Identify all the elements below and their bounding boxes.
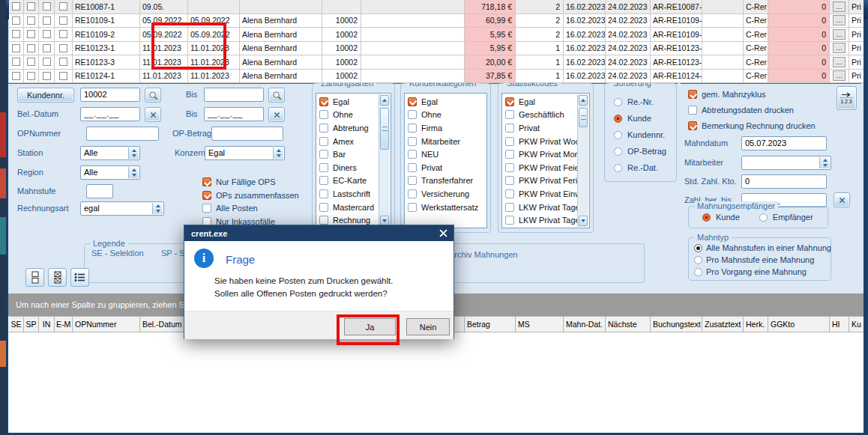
kundenkategorie-item[interactable]: Werkstattersatz	[405, 201, 486, 214]
statistikcode-item[interactable]: Geschäftlich	[502, 109, 579, 122]
col-buchungstext[interactable]: Buchungstext	[651, 316, 702, 332]
hi-detail-button[interactable]: …	[833, 43, 846, 53]
table-row[interactable]: RE10123-3 11.01.2023 11.01.2023 Alena Be…	[9, 55, 864, 70]
row-em-checkbox[interactable]	[59, 2, 67, 10]
konzern-select[interactable]: Egal	[205, 146, 285, 160]
row-sp-checkbox[interactable]	[27, 58, 35, 66]
spinner-icon[interactable]	[819, 157, 830, 168]
col-in[interactable]: IN	[39, 316, 55, 332]
empfaenger-radio[interactable]: Kunde	[702, 210, 740, 225]
beldatum-clear-button[interactable]	[145, 107, 161, 122]
hi-detail-button[interactable]: …	[833, 70, 846, 81]
kundenkategorie-item[interactable]: Ohne	[405, 109, 486, 122]
stdzahlkto-input[interactable]: 0	[741, 174, 827, 189]
sortierung-radio[interactable]: OP-Betrag	[614, 143, 666, 159]
mahnungen-flag-checkbox[interactable]: Abtretungsdaten drucken	[688, 105, 816, 115]
row-in-checkbox[interactable]	[43, 72, 51, 80]
col-ms[interactable]: MS	[516, 316, 564, 332]
mahntyp-radio[interactable]: Pro Vorgang eine Mahnung	[694, 266, 831, 278]
yes-button[interactable]: Ja	[344, 318, 396, 335]
row-se-checkbox[interactable]	[12, 44, 20, 52]
selektion-flag-checkbox[interactable]: Nur Fällige OPS	[202, 177, 299, 187]
kundennr-bis-search-button[interactable]	[268, 88, 285, 103]
col-se[interactable]: SE	[9, 316, 24, 332]
mahntyp-radio[interactable]: Alle Mahnstufen in einer Mahnung	[694, 242, 831, 254]
mahnstufe-input[interactable]	[86, 184, 113, 198]
col-mahndat[interactable]: Mahn-Dat.	[564, 316, 606, 332]
row-in-checkbox[interactable]	[43, 16, 51, 25]
statistikcode-item[interactable]: LKW Privat Tages.	[502, 201, 579, 214]
table-row[interactable]: RE10109-1 05.09.2022 05.09.2022 Alena Be…	[9, 14, 864, 28]
dialog-titlebar[interactable]: crent.exe	[184, 225, 453, 241]
statistikcode-item[interactable]: PKW Privat Monat	[502, 147, 579, 161]
rechnungsart-select[interactable]: egal	[80, 201, 164, 216]
check-all-button[interactable]	[48, 268, 67, 287]
row-sp-checkbox[interactable]	[27, 30, 35, 38]
table-row[interactable]: RE10087-1 09.05. 718,18 € 2 16.02.2023 2…	[9, 0, 864, 14]
sortierung-radio[interactable]: Kunde	[614, 110, 666, 127]
scroll-down-icon[interactable]	[579, 216, 588, 226]
col-sp[interactable]: SP	[24, 316, 39, 332]
hi-detail-button[interactable]: …	[833, 1, 846, 12]
statistikcode-item[interactable]: PKW Privat Woche	[502, 135, 579, 148]
row-sp-checkbox[interactable]	[27, 72, 35, 80]
region-select[interactable]: Alle	[80, 165, 140, 180]
numbering-button[interactable]: 123	[837, 86, 857, 110]
selektion-flag-checkbox[interactable]: OPs zusammenfassen	[202, 190, 299, 201]
table-row[interactable]: RE10109-2 05.09.2022 05.09.2022 Alena Be…	[9, 28, 864, 42]
row-sp-checkbox[interactable]	[27, 16, 35, 25]
row-se-checkbox[interactable]	[12, 16, 20, 25]
scrollbar[interactable]	[379, 94, 390, 227]
scroll-up-icon[interactable]	[579, 95, 588, 106]
row-em-checkbox[interactable]	[59, 30, 67, 38]
col-opnummer[interactable]: OPNummer	[73, 316, 140, 332]
kundenkategorie-item[interactable]: Privat	[405, 161, 486, 174]
beldatum-bis-clear-button[interactable]	[268, 107, 285, 122]
row-sp-checkbox[interactable]	[27, 44, 35, 52]
sortierung-radio[interactable]: Kundennr.	[614, 127, 666, 143]
list-view-button[interactable]	[70, 268, 89, 287]
opnummer-input[interactable]	[86, 127, 159, 141]
mahndatum-input[interactable]: 05.07.2023	[741, 136, 827, 150]
hi-detail-button[interactable]: …	[833, 15, 846, 25]
kundennr-bis-input[interactable]	[204, 88, 264, 102]
scroll-up-icon[interactable]	[380, 95, 389, 106]
kundenkategorie-item[interactable]: Versicherung	[405, 187, 486, 201]
kundenkategorie-item[interactable]: Egal	[405, 95, 486, 109]
col-beldatum[interactable]: Bel.-Datum	[140, 316, 188, 332]
kundenkategorie-item[interactable]: Transferfahrer	[405, 174, 486, 188]
table-row[interactable]: RE10123-1 11.01.2023 11.01.2023 Alena Be…	[9, 42, 864, 56]
spinner-icon[interactable]	[128, 147, 139, 159]
row-se-checkbox[interactable]	[12, 2, 20, 10]
station-select[interactable]: Alle	[80, 146, 140, 160]
row-in-checkbox[interactable]	[43, 44, 51, 52]
table-row[interactable]: RE10124-1 11.01.2023 11.01.2023 Alena Be…	[9, 70, 864, 84]
hi-detail-button[interactable]: …	[833, 57, 846, 67]
kundenkategorie-item[interactable]: NEU	[405, 147, 486, 161]
scroll-thumb[interactable]	[380, 108, 389, 150]
beldatum-input[interactable]: __.__.__	[80, 107, 140, 121]
col-zusatztext[interactable]: Zusatztext	[702, 316, 744, 332]
kundennr-button[interactable]: Kundennr.	[17, 88, 74, 103]
sortierung-radio[interactable]: Re.-Dat.	[614, 159, 666, 176]
kundennr-input[interactable]: 10002	[80, 88, 140, 102]
col-herk[interactable]: Herk.	[744, 316, 768, 332]
kundenkategorie-item[interactable]: Mitarbeiter	[405, 135, 486, 148]
dialog-close-icon[interactable]	[437, 228, 449, 239]
statistikcode-item[interactable]: PKW Privat Ferien	[502, 174, 579, 188]
col-ggkto[interactable]: GGKto	[768, 316, 830, 332]
scrollbar[interactable]	[577, 94, 588, 227]
statistikcode-item[interactable]: Privat	[502, 121, 579, 135]
mahntyp-radio[interactable]: Pro Mahnstufe eine Mahnung	[694, 254, 831, 266]
spinner-icon[interactable]	[128, 167, 139, 178]
mahnungen-flag-checkbox[interactable]: Bemerkung Rechnung drucken	[688, 121, 816, 131]
col-betrag[interactable]: Betrag	[465, 316, 516, 332]
spinner-icon[interactable]	[273, 147, 283, 159]
no-button[interactable]: Nein	[406, 318, 450, 335]
opbetrag-input[interactable]	[211, 127, 283, 141]
statistikcode-item[interactable]: Egal	[502, 95, 579, 109]
row-in-checkbox[interactable]	[43, 2, 51, 10]
row-em-checkbox[interactable]	[59, 44, 67, 52]
zahlberbis-clear-button[interactable]	[834, 192, 850, 207]
kundennr-search-button[interactable]	[145, 88, 161, 103]
